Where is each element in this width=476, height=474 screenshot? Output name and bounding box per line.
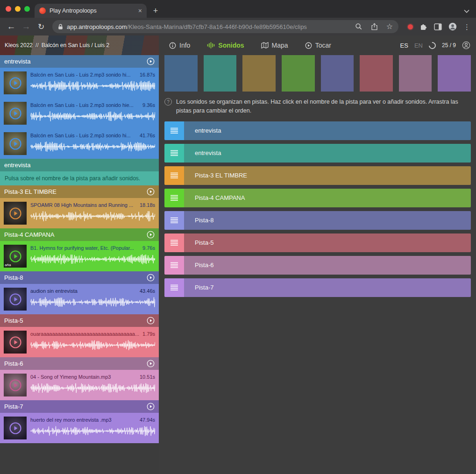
track-color-swatch[interactable] [360,55,393,92]
track-name[interactable]: Pista-4 CAMPANA [195,194,245,201]
clip-waveform[interactable] [30,141,155,153]
track-section-title[interactable]: Pista-7 [4,403,23,410]
drag-handle[interactable] [164,256,184,275]
track-row[interactable]: Pista-7 [164,278,471,297]
clip-thumbnail[interactable] [4,374,27,396]
account-person-icon[interactable] [462,41,470,50]
clip-waveform[interactable] [30,296,155,308]
track-name[interactable]: entrevista [195,127,221,134]
track-play-icon[interactable] [147,188,155,196]
clip-play-icon[interactable] [9,207,21,219]
forward-button[interactable]: → [20,20,33,33]
track-section-header[interactable]: Pista-8 [0,271,159,284]
track-section-header[interactable]: entrevista [0,55,159,68]
track-color-swatch[interactable] [321,55,354,92]
clip-thumbnail[interactable]: aña [4,245,27,268]
track-play-icon[interactable] [147,317,155,325]
drag-handle[interactable] [164,211,184,230]
lang-es-button[interactable]: ES [400,42,408,49]
clip-play-icon[interactable] [9,138,21,150]
new-tab-button[interactable]: + [149,5,162,17]
tab-tocar[interactable]: Tocar [305,42,331,49]
track-section-title[interactable]: entrevista [4,58,30,65]
track-name[interactable]: Pista-7 [195,284,213,291]
reload-button[interactable]: ↻ [35,20,48,33]
clip-thumbnail[interactable] [4,132,27,155]
track-section-title[interactable]: Pista-3 EL TIMBRE [4,188,57,195]
track-section-header[interactable]: Pista-7 [0,400,159,413]
share-icon[interactable] [371,23,378,30]
project-thumbnail[interactable]: Kleos 2022//Balcón en San Luis / Luis 2 [0,35,159,55]
track-row[interactable]: Pista-3 EL TIMBRE [164,166,471,185]
close-window-button[interactable] [6,6,11,12]
track-play-icon[interactable] [147,274,155,282]
tab-mapa[interactable]: Mapa [261,42,288,49]
drag-handle[interactable] [164,121,184,140]
track-color-swatch[interactable] [438,55,471,92]
track-row[interactable]: Pista-6 [164,256,471,275]
track-section-title[interactable]: Pista-6 [4,360,23,367]
track-section-header[interactable]: Pista-5 [0,314,159,327]
clip[interactable]: 04 - Song of Yimeng Mountain.mp3 10.51s [0,370,159,400]
tab-close-icon[interactable]: × [138,7,142,14]
profile-avatar-icon[interactable] [448,22,457,31]
clip-waveform[interactable] [30,110,155,122]
clip-thumbnail[interactable] [4,71,27,94]
browser-tab[interactable]: Play Antropoloops × [35,4,147,18]
drag-handle[interactable] [164,233,184,252]
clip-play-icon[interactable] [9,293,21,305]
clip-thumbnail[interactable] [4,331,27,354]
track-section-title[interactable]: entrevista [4,162,30,169]
browser-menu-icon[interactable]: ⋮ [463,23,470,30]
track-section-header[interactable]: Pista-4 CAMPANA [0,228,159,241]
back-button[interactable]: ← [5,20,18,33]
drag-handle[interactable] [164,189,184,207]
clip[interactable]: huerto del rey moro entrevista .mp3 47.9… [0,413,159,443]
clip-play-icon[interactable] [9,422,21,434]
bookmark-star-icon[interactable]: ☆ [386,23,393,30]
track-row[interactable]: entrevista [164,121,471,140]
track-row[interactable]: entrevista [164,144,471,163]
clip-waveform[interactable] [30,339,155,351]
tab-search-chevron-icon[interactable] [464,9,469,13]
track-play-icon[interactable] [147,360,155,368]
clip-play-icon[interactable] [9,107,21,120]
track-name[interactable]: Pista-3 EL TIMBRE [195,172,247,179]
zoom-icon[interactable] [355,23,362,30]
track-play-icon[interactable] [147,403,155,410]
track-row[interactable]: Pista-4 CAMPANA [164,189,471,207]
track-section-title[interactable]: Pista-5 [4,317,23,324]
track-name[interactable]: Pista-6 [195,262,213,269]
lang-en-button[interactable]: EN [414,42,423,49]
tab-info[interactable]: Info [169,42,190,49]
clip[interactable]: audion sin entrevista 43.46s [0,284,159,314]
clip-waveform[interactable] [30,425,155,437]
track-play-icon[interactable] [147,231,155,239]
help-question-icon[interactable]: ? [164,98,172,106]
track-color-swatch[interactable] [204,55,237,92]
track-color-swatch[interactable] [164,55,198,92]
track-name[interactable]: Pista-8 [195,217,213,224]
zoom-window-button[interactable] [24,6,30,12]
clip[interactable]: aña B1. Hymns for purifying water, Etc. … [0,241,159,271]
clip-waveform[interactable] [30,80,155,92]
clip[interactable]: Balcón en San Luis - Luis 2.mp3 sonido h… [0,128,159,159]
drag-handle[interactable] [164,278,184,297]
recorder-extension-icon[interactable] [408,24,413,29]
clip-play-icon[interactable] [9,77,21,89]
track-section-header[interactable]: Pista-3 EL TIMBRE [0,185,159,198]
clip-waveform[interactable] [30,210,155,222]
tab-sonidos[interactable]: Sonidos [207,42,244,49]
lock-icon[interactable] [58,24,63,30]
drag-handle[interactable] [164,166,184,185]
side-panel-icon[interactable] [434,23,442,30]
track-section-title[interactable]: Pista-4 CAMPANA [4,231,54,238]
clip-play-icon[interactable] [9,250,21,262]
track-color-swatch[interactable] [282,55,315,92]
clip[interactable]: Balcón en San Luis - Luis 2.mp3 sonido h… [0,68,159,98]
extensions-puzzle-icon[interactable] [419,23,427,31]
clip-thumbnail[interactable] [4,102,27,125]
track-section-header[interactable]: entrevista [0,159,159,171]
url-bar[interactable]: app.antropoloops.com/Kleos-Santa-Marina/… [52,20,398,33]
clip-waveform[interactable] [30,253,155,265]
